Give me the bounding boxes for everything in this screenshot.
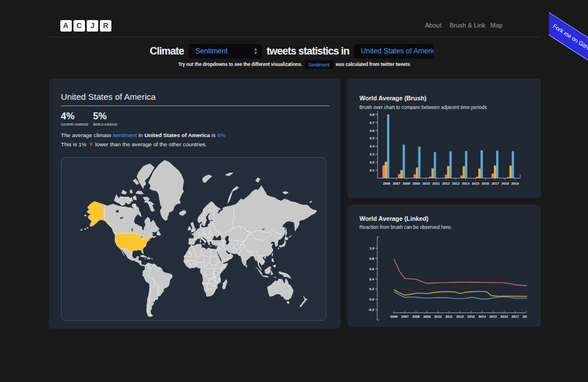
svg-text:2012: 2012 bbox=[442, 182, 450, 185]
svg-text:2018: 2018 bbox=[523, 315, 527, 318]
svg-text:2014: 2014 bbox=[478, 315, 486, 318]
svg-text:2017: 2017 bbox=[512, 315, 519, 318]
svg-text:0.0: 0.0 bbox=[369, 298, 374, 301]
svg-text:2015: 2015 bbox=[472, 182, 480, 185]
svg-text:2009: 2009 bbox=[413, 182, 421, 185]
svg-text:0.1: 0.1 bbox=[370, 169, 375, 172]
svg-text:0.2: 0.2 bbox=[369, 287, 374, 291]
svg-text:0.4: 0.4 bbox=[369, 278, 374, 281]
svg-text:2006: 2006 bbox=[390, 315, 399, 318]
svg-text:2015: 2015 bbox=[489, 315, 497, 318]
svg-text:2007: 2007 bbox=[393, 182, 400, 185]
svg-text:2017: 2017 bbox=[492, 182, 499, 185]
svg-text:0.6: 0.6 bbox=[369, 267, 374, 271]
svg-text:2014: 2014 bbox=[462, 182, 470, 185]
svg-text:2010: 2010 bbox=[434, 315, 442, 318]
svg-text:1.0: 1.0 bbox=[369, 247, 374, 250]
svg-text:2010: 2010 bbox=[423, 182, 430, 185]
svg-text:0.4: 0.4 bbox=[370, 145, 375, 148]
svg-text:2008: 2008 bbox=[403, 182, 411, 185]
svg-text:2011: 2011 bbox=[446, 315, 453, 318]
svg-text:2019: 2019 bbox=[512, 182, 520, 185]
svg-text:2013: 2013 bbox=[452, 182, 460, 185]
svg-text:2008: 2008 bbox=[412, 315, 420, 318]
svg-text:2011: 2011 bbox=[432, 182, 440, 185]
svg-text:0.6: 0.6 bbox=[370, 129, 375, 132]
svg-text:2007: 2007 bbox=[401, 315, 409, 318]
svg-text:2016: 2016 bbox=[501, 315, 509, 318]
svg-text:0.5: 0.5 bbox=[370, 137, 375, 140]
svg-text:2016: 2016 bbox=[482, 182, 490, 185]
svg-text:2013: 2013 bbox=[467, 315, 475, 318]
svg-text:0.3: 0.3 bbox=[370, 153, 375, 156]
svg-text:0.2: 0.2 bbox=[370, 161, 375, 164]
svg-text:2018: 2018 bbox=[501, 182, 509, 185]
svg-text:0.8: 0.8 bbox=[369, 257, 374, 260]
svg-text:0.8: 0.8 bbox=[370, 113, 375, 116]
svg-text:2009: 2009 bbox=[423, 315, 431, 318]
svg-text:2012: 2012 bbox=[457, 315, 464, 318]
svg-text:2006: 2006 bbox=[383, 182, 391, 185]
svg-text:-0.2: -0.2 bbox=[368, 308, 374, 311]
svg-text:0.7: 0.7 bbox=[370, 121, 375, 124]
